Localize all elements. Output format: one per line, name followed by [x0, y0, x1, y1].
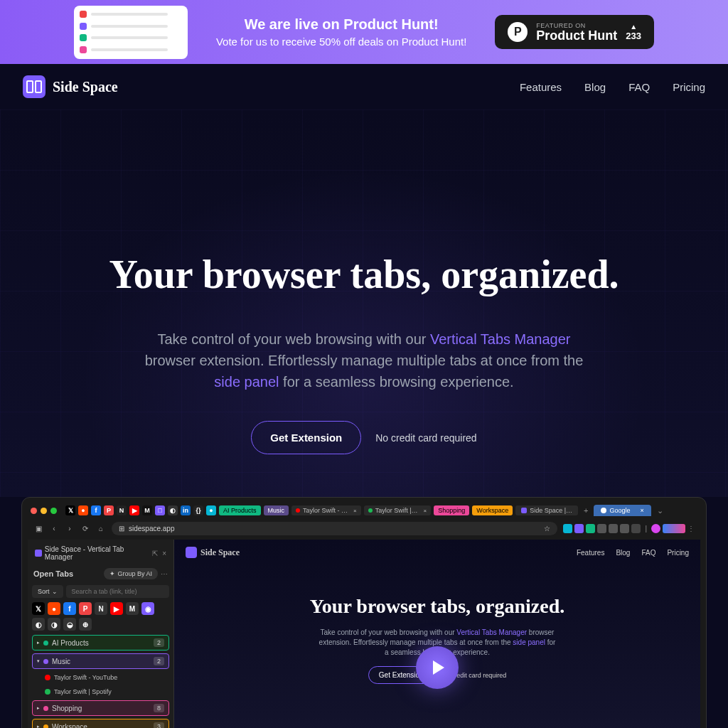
play-video-button[interactable] — [416, 646, 459, 689]
facebook-icon[interactable]: f — [91, 505, 101, 515]
sort-dropdown[interactable]: Sort⌄ — [32, 585, 63, 598]
x-icon[interactable]: 𝕏 — [32, 602, 45, 615]
sidebar-item-taylor-youtube[interactable]: Taylor Swift - YouTube — [32, 672, 169, 683]
nav-blog[interactable]: Blog — [584, 81, 606, 93]
close-icon[interactable]: × — [641, 507, 644, 514]
group-shopping[interactable]: ▸Shopping8 — [32, 700, 169, 716]
tab-taylor-youtube[interactable]: Taylor Swift - …× — [291, 505, 361, 515]
sidebar-icon-row: 𝕏 ● f P N ▶ M ◉ ◐ ◑ ◒ ⊕ — [32, 601, 169, 632]
group-by-ai-button[interactable]: ✦Group By AI — [104, 568, 158, 579]
main-nav: Side Space Features Blog FAQ Pricing — [0, 64, 728, 109]
github-icon[interactable]: ◐ — [32, 618, 45, 631]
product-hunt-icon[interactable]: P — [79, 602, 92, 615]
nav-features[interactable]: Features — [520, 81, 562, 93]
tab-sidespace[interactable]: Side Space |… — [515, 505, 578, 515]
tab-group-music[interactable]: Music — [264, 505, 289, 515]
ext-icon[interactable] — [620, 524, 629, 533]
notion-icon[interactable]: N — [95, 602, 107, 615]
sidebar-toggle-icon[interactable]: ▣ — [33, 525, 43, 532]
tab-overflow-icon[interactable]: ⌄ — [654, 506, 666, 515]
new-tab-button[interactable]: + — [581, 506, 591, 515]
product-hunt-badge[interactable]: P FEATURED ON Product Hunt ▲ 233 — [495, 15, 654, 49]
demo-nav-features[interactable]: Features — [577, 549, 604, 557]
cta-note: No credit card required — [375, 432, 476, 444]
tab-group-workspace[interactable]: Workspace — [472, 505, 513, 515]
logo-icon — [23, 75, 46, 98]
medium-icon[interactable]: M — [142, 505, 152, 515]
more-icon[interactable]: ⋯ — [161, 570, 168, 578]
tab-taylor-spotify[interactable]: Taylor Swift |…× — [364, 505, 432, 515]
ext-icon[interactable] — [563, 524, 572, 533]
generic-icon[interactable]: ⊕ — [79, 618, 92, 631]
close-icon[interactable]: × — [424, 508, 427, 514]
tab-google[interactable]: Google× — [594, 505, 651, 516]
medium-icon[interactable]: M — [126, 602, 139, 615]
avatar-icon[interactable] — [651, 524, 660, 533]
dev-icon[interactable]: {} — [193, 505, 203, 515]
demo-nav-faq[interactable]: FAQ — [641, 549, 655, 557]
chevron-down-icon: ▾ — [37, 658, 40, 664]
hero-section: Your browser tabs, organized. Take contr… — [0, 109, 728, 497]
app-tab-icon[interactable]: □ — [155, 505, 165, 515]
ext-icon[interactable] — [574, 524, 584, 533]
figma-icon[interactable]: ◉ — [141, 602, 154, 615]
ext-icon[interactable] — [597, 524, 606, 533]
ph-name: Product Hunt — [536, 29, 617, 42]
demo-main-view: Side Space Features Blog FAQ Pricing You… — [174, 540, 700, 728]
demo-nav-blog[interactable]: Blog — [616, 549, 630, 557]
sidebar-title: Side Space - Vertical Tab Manager — [35, 545, 152, 561]
url-input[interactable]: ⊞ sidespace.app ☆ — [112, 522, 557, 535]
logo[interactable]: Side Space — [23, 75, 118, 98]
group-music[interactable]: ▾Music2 — [32, 653, 169, 669]
forward-icon[interactable]: › — [65, 525, 75, 532]
banner-subtitle: Vote for us to receive 50% off deals on … — [216, 36, 466, 48]
x-icon[interactable]: 𝕏 — [65, 505, 75, 515]
ext-icon[interactable] — [663, 524, 685, 533]
reddit-icon[interactable]: ● — [48, 602, 60, 615]
chevron-right-icon: ▸ — [37, 705, 40, 711]
sidebar-item-taylor-spotify[interactable]: Taylor Swift | Spotify — [32, 686, 169, 697]
github-icon[interactable]: ◐ — [168, 505, 178, 515]
back-icon[interactable]: ‹ — [49, 525, 59, 532]
product-hunt-tab-icon[interactable]: P — [104, 505, 114, 515]
demo-logo[interactable]: Side Space — [186, 547, 240, 558]
nav-faq[interactable]: FAQ — [628, 81, 650, 93]
menu-icon[interactable]: ⋮ — [687, 525, 695, 532]
linkedin-icon[interactable]: in — [181, 505, 191, 515]
ext-icon[interactable] — [586, 524, 595, 533]
ph-upvote-count: 233 — [626, 31, 641, 41]
close-icon[interactable]: × — [353, 508, 357, 514]
get-extension-button[interactable]: Get Extension — [251, 421, 361, 454]
generic-tab-icon[interactable]: ● — [206, 505, 216, 515]
site-settings-icon[interactable]: ⊞ — [119, 525, 124, 532]
reload-icon[interactable]: ⟳ — [80, 525, 90, 532]
generic-icon[interactable]: ◑ — [48, 618, 60, 631]
chevron-right-icon: ▸ — [37, 724, 40, 728]
notion-icon[interactable]: N — [117, 505, 127, 515]
search-input[interactable]: Search a tab (link, title) — [66, 585, 169, 598]
home-icon[interactable]: ⌂ — [96, 525, 106, 532]
youtube-icon[interactable]: ▶ — [129, 505, 139, 515]
group-ai-products[interactable]: ▸AI Products2 — [32, 635, 169, 651]
group-workspace[interactable]: ▸Workspace3 — [32, 719, 169, 728]
generic-icon[interactable]: ◒ — [63, 618, 76, 631]
demo-nav-pricing[interactable]: Pricing — [667, 549, 689, 557]
logo-text: Side Space — [53, 79, 118, 95]
reddit-icon[interactable]: ● — [78, 505, 88, 515]
pin-icon[interactable]: ⇱ — [152, 550, 158, 557]
bookmark-icon[interactable]: ☆ — [544, 525, 550, 532]
product-hunt-banner: We are live on Product Hunt! Vote for us… — [0, 0, 728, 64]
window-controls[interactable] — [31, 508, 57, 514]
browser-tab-strip: 𝕏 ● f P N ▶ M □ ◐ in {} ● AI Products Mu… — [28, 503, 700, 518]
nav-pricing[interactable]: Pricing — [673, 81, 705, 93]
chevron-right-icon: ▸ — [37, 640, 40, 646]
close-icon[interactable]: × — [162, 550, 166, 557]
tab-group-ai[interactable]: AI Products — [219, 505, 261, 515]
hero-description: Take control of your web browsing with o… — [144, 328, 584, 392]
youtube-icon[interactable]: ▶ — [110, 602, 123, 615]
tab-group-shopping[interactable]: Shopping — [434, 505, 469, 515]
ext-icon[interactable] — [609, 524, 618, 533]
facebook-icon[interactable]: f — [63, 602, 76, 615]
ext-icon[interactable] — [631, 524, 641, 533]
banner-title: We are live on Product Hunt! — [216, 16, 466, 33]
